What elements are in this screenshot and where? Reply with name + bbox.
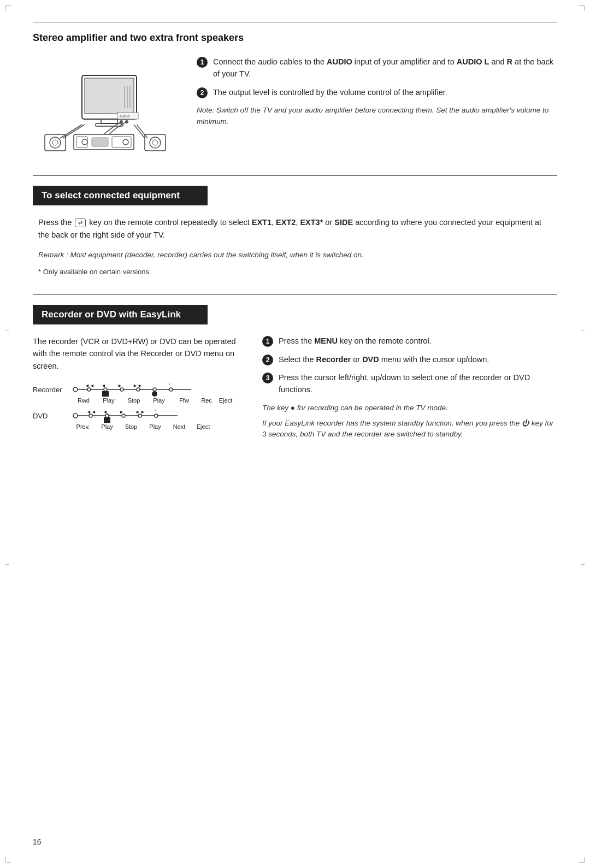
easylink-instruction-1-text: Press the MENU key on the remote control… [279,335,432,347]
svg-point-26 [123,139,128,145]
rec-btn-rec: Rec [197,397,216,404]
svg-text:►: ► [117,383,122,388]
svg-point-15 [52,140,58,145]
tick-right-top [581,330,585,330]
svg-point-46 [152,391,157,397]
corner-mark-tl [5,5,11,11]
svg-line-20 [137,125,148,138]
source-icon: ⇄ [75,219,86,227]
page: Stereo amplifier and two extra front spe… [0,0,590,868]
rec-btn-eject: Eject [216,397,235,404]
easylink-instruction-3: 3 Press the cursor left/right, up/down t… [262,372,557,396]
svg-text:◄◄: ◄◄ [86,409,96,415]
divider-top [33,22,557,22]
select-body: Press the ⇄ key on the remote control re… [33,216,557,278]
circle-num-1: 1 [197,57,208,68]
easylink-instruction-1: 1 Press the MENU key on the remote contr… [262,335,557,347]
tick-right-bottom [581,564,585,565]
select-asterisk: * Only available on certain versions. [38,267,552,278]
svg-rect-43 [102,391,109,397]
svg-text:►►: ►► [135,409,145,415]
stereo-instruction-2: 2 The output level is controlled by the … [197,87,557,99]
divider-select [33,175,557,176]
section-select: To select connected equipment Press the … [33,175,557,278]
select-header: To select connected equipment [33,186,208,205]
svg-text:AUDIO: AUDIO [120,115,130,118]
svg-text:◄◄: ◄◄ [85,383,95,388]
dvd-btn-prev: Prev. [71,423,95,430]
svg-point-25 [82,139,87,145]
svg-text:►: ► [119,409,124,415]
dvd-transport-svg: ◄◄ ◄ ► ►► ˅ [71,408,219,423]
easylink-left: The recorder (VCR or DVD+RW) or DVD can … [33,335,240,430]
tick-left-bottom [5,564,9,565]
section-stereo: Stereo amplifier and two extra front spe… [33,22,557,159]
svg-point-14 [50,137,61,148]
rec-btn-play: Play [146,397,172,404]
svg-point-17 [150,137,161,148]
svg-point-37 [153,388,156,391]
svg-rect-62 [104,417,110,423]
select-remark: Remark : Most equipment (decoder, record… [38,249,552,261]
page-number: 16 [33,837,42,846]
svg-line-11 [60,125,82,138]
easylink-instruction-2-text: Select the Recorder or DVD menu with the… [279,354,489,366]
stereo-instruction-1-text: Connect the audio cables to the AUDIO in… [213,56,557,80]
stereo-content: AUDIO [33,54,557,159]
dvd-btn-next: Next [167,423,191,430]
svg-point-48 [73,414,78,418]
dvd-btn-play: Play [143,423,167,430]
easylink-circle-1: 1 [262,336,273,347]
rec-btn-ffw: Ffw [172,397,197,404]
dvd-btn-stop: Stop [119,423,143,430]
easylink-note-2: If your EasyLink recorder has the system… [262,418,557,440]
easylink-right: 1 Press the MENU key on the remote contr… [262,335,557,440]
easylink-instruction-3-text: Press the cursor left/right, up/down to … [279,372,557,396]
easylink-header: Recorder or DVD with EasyLink [33,305,208,324]
corner-mark-bl [5,857,11,863]
corner-mark-br [579,857,585,863]
corner-mark-tr [579,5,585,11]
dvd-btn-play-back: Play [95,423,119,430]
svg-line-19 [134,125,145,138]
svg-rect-3 [96,123,123,126]
dvd-label: DVD [33,412,71,420]
svg-rect-23 [92,138,108,146]
easylink-circle-3: 3 [262,373,273,383]
svg-rect-1 [85,78,134,114]
svg-text:►►: ►► [133,383,143,388]
easylink-circle-2: 2 [262,355,273,365]
easylink-intro: The recorder (VCR or DVD+RW) or DVD can … [33,335,240,372]
svg-text:˅: ˅ [168,383,171,388]
recorder-transport-svg: ◄◄ ◄ ► ►► [71,382,235,397]
stereo-title: Stereo amplifier and two extra front spe… [33,32,557,44]
svg-rect-2 [101,119,117,123]
svg-text:˅: ˅ [154,409,157,415]
stereo-instruction-1: 1 Connect the audio cables to the AUDIO … [197,56,557,80]
easylink-content: The recorder (VCR or DVD+RW) or DVD can … [33,335,557,440]
recorder-label: Recorder [33,386,71,394]
easylink-note-1: The key ● for recording can be operated … [262,403,557,414]
stereo-note: Note: Switch off the TV and your audio a… [197,105,557,127]
dvd-btn-eject: Eject [191,423,215,430]
stereo-illustration: AUDIO [33,54,175,157]
stereo-image: AUDIO [33,54,175,159]
svg-text:◄: ◄ [101,383,106,388]
stereo-instructions: 1 Connect the audio cables to the AUDIO … [197,54,557,127]
svg-point-27 [73,387,78,392]
rec-btn-play-back: Play [96,397,121,404]
easylink-instruction-2: 2 Select the Recorder or DVD menu with t… [262,354,557,366]
svg-point-18 [152,140,158,145]
rec-btn-stop: Stop [121,397,146,404]
transport-diagram: Recorder [33,382,240,430]
select-body-text: Press the ⇄ key on the remote control re… [38,216,552,241]
divider-easylink [33,294,557,295]
svg-text:◄: ◄ [103,409,108,415]
rec-btn-rwd: Rwd [71,397,96,404]
circle-num-2: 2 [197,87,208,98]
tick-left-top [5,330,9,330]
stereo-instruction-2-text: The output level is controlled by the vo… [213,87,447,99]
section-easylink: Recorder or DVD with EasyLink The record… [33,294,557,440]
